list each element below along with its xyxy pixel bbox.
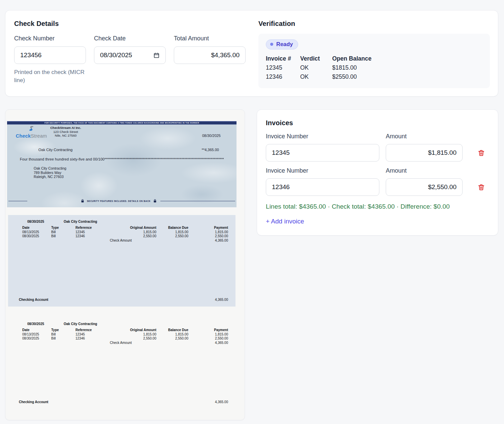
check-payee-address: Oak City Contracting 789 Builders Way Ra… bbox=[34, 166, 66, 179]
total-amount-field-group: Total Amount bbox=[174, 35, 246, 84]
check-details-section: Check Details Check Number Printed on th… bbox=[5, 10, 258, 96]
verification-cell: $1815.00 bbox=[332, 63, 482, 72]
check-company-block: CheckStream AI Inc. 123 Check Street Nil… bbox=[47, 126, 85, 138]
check-scan-image: FOR SECURITY PURPOSES, THE FACE OF THIS … bbox=[5, 109, 245, 420]
stub-payee: Oak City Contracting bbox=[64, 322, 97, 326]
stub-account-label: Checking Account bbox=[19, 400, 48, 404]
delete-invoice-button-1[interactable] bbox=[473, 148, 489, 157]
trash-icon bbox=[477, 187, 485, 192]
stub-table: DateTypeReference Original AmountBalance… bbox=[22, 226, 228, 243]
check-date-printed: 08/30/2025 bbox=[202, 134, 221, 138]
checkstream-logo: CheckStream bbox=[15, 126, 48, 139]
check-date-input[interactable]: 08/30/2025 bbox=[94, 46, 166, 64]
stub-check-amount-label: Check Amount bbox=[110, 341, 156, 345]
check-company-street: 123 Check Street bbox=[47, 130, 85, 134]
invoice-number-label: Invoice Number bbox=[266, 167, 379, 174]
check-front: FOR SECURITY PURPOSES, THE FACE OF THIS … bbox=[7, 121, 237, 207]
stub-date: 08/30/2025 bbox=[27, 220, 64, 223]
check-security-banner: FOR SECURITY PURPOSES, THE FACE OF THIS … bbox=[7, 121, 237, 125]
verification-section: Verification Ready Invoice # Verdict Ope… bbox=[258, 10, 498, 96]
stub-date: 08/30/2025 bbox=[27, 322, 64, 326]
check-number-input[interactable] bbox=[14, 46, 86, 64]
stub-table: DateTypeReference Original AmountBalance… bbox=[22, 328, 228, 345]
check-date-field-group: Check Date 08/30/2025 bbox=[94, 35, 166, 84]
check-stub-bottom: 08/30/2025 Oak City Contracting DateType… bbox=[8, 317, 235, 409]
verification-col-balance: Open Balance bbox=[332, 54, 482, 63]
checkstream-logo-icon bbox=[28, 127, 35, 133]
totals-summary: Lines total: $4365.00 · Check total: $43… bbox=[266, 203, 489, 210]
stub-payee: Oak City Contracting bbox=[64, 220, 97, 223]
verification-panel: Ready Invoice # Verdict Open Balance 123… bbox=[258, 34, 490, 88]
check-amount-numeric: **4,365.00 bbox=[202, 148, 219, 152]
invoice-amount-label: Amount bbox=[386, 167, 463, 174]
checkstream-wordmark: CheckStream bbox=[15, 133, 48, 139]
total-amount-input[interactable] bbox=[174, 46, 246, 64]
lock-icon bbox=[154, 198, 156, 204]
stub-account-label: Checking Account bbox=[19, 298, 48, 302]
check-security-note: SECURITY FEATURES INCLUDED. DETAILS ON B… bbox=[87, 200, 151, 202]
status-dot-icon bbox=[270, 43, 273, 46]
status-badge-label: Ready bbox=[276, 41, 293, 47]
calendar-icon[interactable] bbox=[153, 52, 160, 59]
check-stub-top: 08/30/2025 Oak City Contracting DateType… bbox=[8, 215, 235, 307]
invoice-number-input-2[interactable] bbox=[266, 178, 379, 196]
check-company-city: Nile, NC 27560 bbox=[47, 134, 85, 138]
verification-cell: 12346 bbox=[266, 72, 300, 81]
invoice-amount-input-2[interactable] bbox=[386, 178, 463, 196]
stub-account-total: 4,365.00 bbox=[215, 400, 228, 404]
verification-cell: $2550.00 bbox=[332, 72, 482, 81]
check-details-title: Check Details bbox=[14, 20, 258, 28]
invoice-amount-label: Amount bbox=[386, 133, 463, 140]
check-number-label: Check Number bbox=[14, 35, 86, 42]
verification-cell: 12345 bbox=[266, 63, 300, 72]
invoice-number-input-1[interactable] bbox=[266, 144, 379, 162]
check-date-value: 08/30/2025 bbox=[100, 51, 132, 59]
check-details-verification-card: Check Details Check Number Printed on th… bbox=[5, 10, 498, 97]
check-number-field-group: Check Number Printed on the check (MICR … bbox=[14, 35, 86, 84]
check-security-row: SECURITY FEATURES INCLUDED. DETAILS ON B… bbox=[8, 198, 235, 204]
check-company-name: CheckStream AI Inc. bbox=[47, 126, 85, 130]
verification-cell: OK bbox=[300, 72, 332, 81]
stub-account-total: 4,365.00 bbox=[215, 298, 228, 302]
invoice-amount-input-1[interactable] bbox=[386, 144, 463, 162]
check-number-helper: Printed on the check (MICR line) bbox=[14, 68, 86, 84]
status-badge: Ready bbox=[266, 39, 298, 49]
trash-icon bbox=[477, 153, 485, 158]
verification-col-invoice: Invoice # bbox=[266, 54, 300, 63]
invoices-card: Invoices Invoice Number Amount Invoice N… bbox=[257, 109, 498, 236]
verification-table: Invoice # Verdict Open Balance 12345 OK … bbox=[266, 54, 482, 81]
lock-icon bbox=[81, 198, 84, 204]
stub-check-amount-value: 4,365.00 bbox=[188, 341, 228, 345]
invoices-title: Invoices bbox=[266, 119, 489, 127]
invoice-row-2 bbox=[266, 178, 489, 196]
verification-cell: OK bbox=[300, 63, 332, 72]
delete-invoice-button-2[interactable] bbox=[473, 183, 489, 192]
check-amount-words: Four thousand three hundred sixty-five a… bbox=[20, 157, 224, 161]
check-date-label: Check Date bbox=[94, 35, 166, 42]
check-payee: Oak City Contracting bbox=[38, 148, 72, 152]
verification-col-verdict: Verdict bbox=[300, 54, 332, 63]
stub-check-amount-label: Check Amount bbox=[110, 239, 156, 243]
invoice-row-1 bbox=[266, 144, 489, 162]
verification-title: Verification bbox=[258, 20, 490, 28]
total-amount-label: Total Amount bbox=[174, 35, 246, 42]
invoice-number-label: Invoice Number bbox=[266, 133, 379, 140]
add-invoice-link[interactable]: + Add invoice bbox=[266, 218, 304, 225]
stub-check-amount-value: 4,365.00 bbox=[188, 239, 228, 243]
